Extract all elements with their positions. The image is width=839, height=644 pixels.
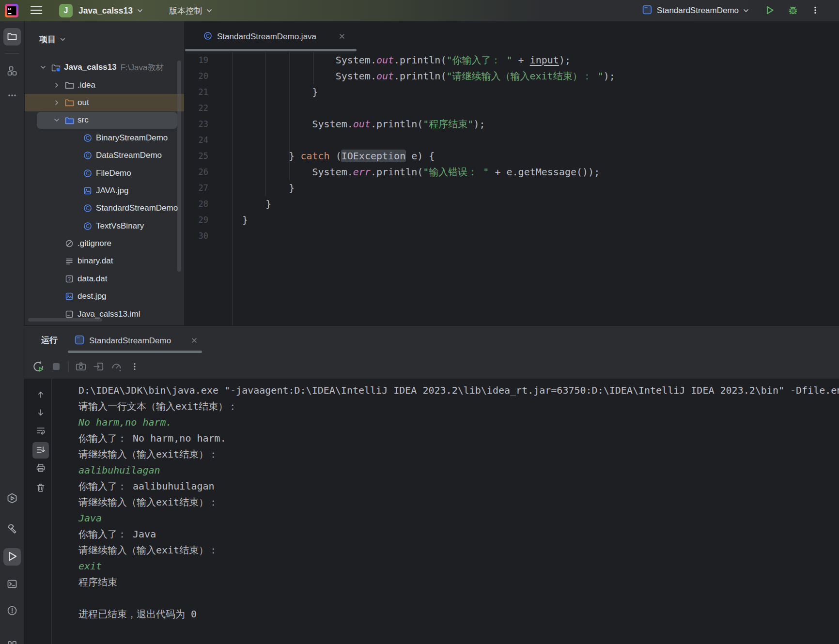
run-panel-title: 运行 [41, 335, 58, 346]
tree-row-out[interactable]: out [25, 94, 184, 111]
class-icon: C [83, 222, 93, 230]
tree-row-dest.jpg[interactable]: dest.jpg [25, 288, 184, 305]
console-more-button[interactable] [128, 361, 141, 373]
console-output-line: 请输入一行文本（输入exit结束）： [52, 399, 839, 414]
close-run-tab-button[interactable] [190, 337, 198, 346]
code-line-27[interactable]: } [184, 180, 839, 196]
profiler-button[interactable] [110, 361, 123, 373]
more-tool-windows-button[interactable] [3, 87, 21, 105]
close-tab-button[interactable] [338, 32, 346, 42]
more-actions-button[interactable] [811, 6, 820, 16]
chevron-down-icon [59, 36, 66, 43]
console-output-line [52, 590, 839, 606]
tree-row-src[interactable]: src [25, 111, 184, 129]
structure-tool-button[interactable] [3, 62, 21, 80]
project-tool-button[interactable] [3, 28, 21, 46]
console-output-line: D:\IDEA\JDK\bin\java.exe "-javaagent:D:\… [52, 383, 839, 399]
unknown-file-icon: ? [64, 275, 74, 283]
tree-row-StandardStreamDemo[interactable]: CStandardStreamDemo [25, 199, 184, 217]
class-icon: C [83, 151, 93, 160]
code-line-20[interactable]: System.out.println("请继续输入（输入exit结束）： "); [184, 68, 839, 84]
project-tree: Java_calss13 F:\Java教材.ideaoutsrcCBinary… [25, 59, 184, 323]
kebab-icon [130, 362, 139, 372]
services-tool-button[interactable] [3, 490, 21, 507]
down-stack-trace-button[interactable] [32, 405, 49, 421]
print-button[interactable] [32, 460, 49, 476]
run-tool-button[interactable] [3, 548, 21, 566]
code-line-25[interactable]: } catch (IOException e) { [184, 148, 839, 164]
class-icon: C [203, 31, 212, 42]
problems-tool-button[interactable] [3, 602, 21, 620]
svg-text:C: C [86, 170, 89, 176]
tree-row-FileDemo[interactable]: CFileDemo [25, 164, 184, 182]
divider [68, 362, 69, 372]
run-tool-window: 运行 StandardStreamDemo [24, 325, 839, 644]
hammer-icon [7, 523, 17, 536]
run-toolbar [24, 355, 839, 379]
console-user-input-line: No harm,no harm. [52, 414, 839, 430]
console[interactable]: D:\IDEA\JDK\bin\java.exe "-javaagent:D:\… [24, 379, 839, 644]
folder-icon [64, 80, 74, 90]
tree-row-data.dat[interactable]: ?data.dat [25, 270, 184, 288]
code-line-24[interactable] [184, 132, 839, 148]
tree-vertical-scrollbar[interactable] [177, 61, 181, 272]
code-editor[interactable]: System.out.println("你输入了： " + input); Sy… [184, 52, 839, 244]
tree-row-BinaryStreamDemo[interactable]: CBinaryStreamDemo [25, 129, 184, 147]
arrow-up-icon [36, 390, 45, 400]
console-output-line: 你输入了： aalibuhuilagan [52, 478, 839, 494]
tree-row-TextVsBinary[interactable]: CTextVsBinary [25, 217, 184, 235]
vcs-menu[interactable]: 版本控制 [169, 5, 202, 16]
main-menu-button[interactable] [29, 3, 44, 18]
soft-wrap-button[interactable] [32, 423, 49, 439]
dependencies-tool-button[interactable] [3, 637, 21, 644]
image-icon [64, 292, 74, 301]
editor-area: C StandardStreamDemo.java 19202122232425… [184, 21, 839, 325]
ignored-icon [64, 239, 74, 248]
tree-row-.idea[interactable]: .idea [25, 76, 184, 93]
gauge-icon [111, 361, 123, 374]
project-panel-header[interactable]: 项目 [39, 34, 66, 45]
run-button[interactable] [764, 5, 775, 17]
code-line-21[interactable]: } [184, 84, 839, 100]
console-output-line: 请继续输入（输入exit结束）： [52, 494, 839, 510]
code-line-29[interactable]: } [184, 212, 839, 228]
console-output-line: 请继续输入（输入exit结束）： [52, 542, 839, 558]
svg-text:C: C [86, 153, 89, 158]
rerun-icon [32, 361, 44, 374]
stop-button[interactable] [50, 361, 62, 373]
clear-console-button[interactable] [32, 480, 49, 496]
class-icon: C [83, 134, 93, 142]
tree-row-.gitignore[interactable]: .gitignore [25, 235, 184, 252]
intellij-logo-icon: IJ [5, 4, 18, 17]
rerun-button[interactable] [32, 361, 45, 373]
terminal-icon [7, 579, 17, 591]
folder-excluded-icon [64, 98, 74, 107]
editor-tab[interactable]: C StandardStreamDemo.java [185, 21, 357, 52]
code-line-30[interactable] [184, 228, 839, 244]
project-switcher[interactable]: Java_calss13 [78, 6, 133, 16]
scroll-to-end-button[interactable] [32, 442, 49, 459]
build-tool-button[interactable] [3, 521, 21, 538]
bug-icon [788, 5, 798, 17]
up-stack-trace-button[interactable] [32, 387, 49, 403]
run-tab[interactable]: StandardStreamDemo [68, 329, 202, 353]
code-line-26[interactable]: System.err.println("输入错误： " + e.getMessa… [184, 164, 839, 180]
screenshot-button[interactable] [75, 361, 87, 373]
code-line-19[interactable]: System.out.println("你输入了： " + input); [184, 52, 839, 68]
tree-row-binary.dat[interactable]: binary.dat [25, 252, 184, 270]
debug-button[interactable] [788, 5, 798, 17]
kebab-icon [811, 6, 820, 16]
tree-row-JAVA.jpg[interactable]: JAVA.jpg [25, 182, 184, 199]
editor-tab-label: StandardStreamDemo.java [217, 32, 316, 42]
close-icon [338, 32, 346, 42]
import-test-results-button[interactable] [93, 361, 105, 373]
tree-row-Java_calss13[interactable]: Java_calss13 F:\Java教材 [25, 59, 184, 76]
tree-row-DataStreamDemo[interactable]: CDataStreamDemo [25, 147, 184, 164]
run-configuration-selector[interactable]: StandardStreamDemo [642, 5, 750, 16]
code-line-22[interactable] [184, 100, 839, 116]
code-line-23[interactable]: System.out.println("程序结束"); [184, 116, 839, 132]
play-icon [6, 551, 18, 564]
chevron-down-icon [136, 7, 144, 15]
terminal-tool-button[interactable] [3, 576, 21, 593]
code-line-28[interactable]: } [184, 196, 839, 212]
